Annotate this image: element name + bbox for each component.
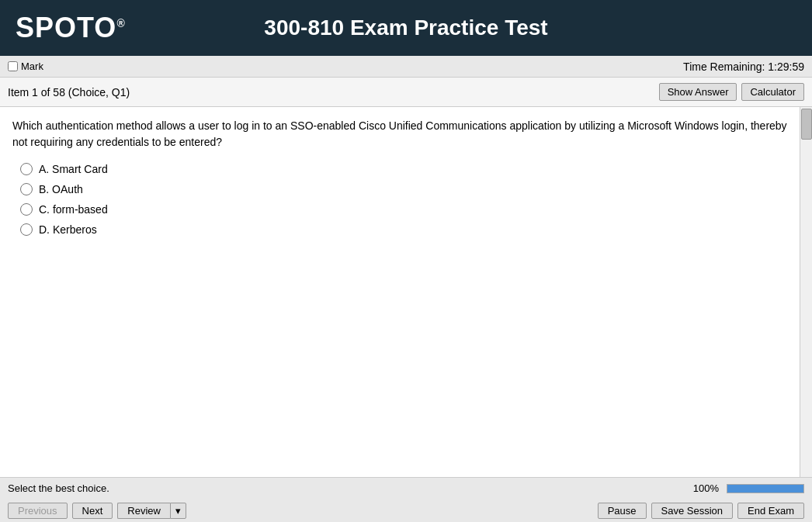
time-remaining: Time Remaining: 1:29:59 <box>683 60 804 73</box>
progress-bar-area: Select the best choice. 100% <box>0 478 812 500</box>
review-dropdown-arrow[interactable]: ▾ <box>170 503 186 519</box>
progress-fill <box>727 485 803 493</box>
radio-b[interactable] <box>20 183 33 195</box>
mark-label: Mark <box>21 60 43 72</box>
progress-percent: 100% <box>693 482 719 494</box>
option-item-b[interactable]: B. OAuth <box>20 183 787 195</box>
scrollbar-track[interactable] <box>800 107 812 477</box>
options-list: A. Smart CardB. OAuthC. form-basedD. Ker… <box>20 163 787 236</box>
next-button[interactable]: Next <box>72 503 113 519</box>
radio-a[interactable] <box>20 163 33 175</box>
footer: Select the best choice. 100% Previous Ne… <box>0 477 812 522</box>
option-item-d[interactable]: D. Kerberos <box>20 223 787 236</box>
question-bar: Item 1 of 58 (Choice, Q1) Show Answer Ca… <box>0 78 812 107</box>
option-item-c[interactable]: C. form-based <box>20 203 787 216</box>
scrollbar-thumb[interactable] <box>801 109 812 140</box>
previous-button[interactable]: Previous <box>8 503 68 519</box>
mark-bar: Mark Time Remaining: 1:29:59 <box>0 56 812 78</box>
review-button[interactable]: Review <box>117 503 170 519</box>
question-text: Which authentication method allows a use… <box>12 118 787 150</box>
radio-d[interactable] <box>20 223 33 236</box>
right-buttons: Pause Save Session End Exam <box>598 503 804 519</box>
option-label-c: C. form-based <box>39 203 108 216</box>
end-exam-button[interactable]: End Exam <box>737 503 804 519</box>
content-wrapper: Which authentication method allows a use… <box>0 107 812 477</box>
question-bar-buttons: Show Answer Calculator <box>659 83 804 101</box>
mark-checkbox[interactable] <box>8 61 18 71</box>
option-label-d: D. Kerberos <box>39 223 97 236</box>
calculator-button[interactable]: Calculator <box>741 83 804 101</box>
progress-track <box>727 484 804 493</box>
footer-buttons: Previous Next Review ▾ Pause Save Sessio… <box>0 500 812 522</box>
item-info: Item 1 of 58 (Choice, Q1) <box>8 86 130 99</box>
option-label-b: B. OAuth <box>39 183 83 195</box>
mark-checkbox-label[interactable]: Mark <box>8 60 43 72</box>
save-session-button[interactable]: Save Session <box>651 503 734 519</box>
logo: SPOTO® <box>16 12 126 44</box>
radio-c[interactable] <box>20 203 33 216</box>
hint-text: Select the best choice. <box>8 482 109 494</box>
pause-button[interactable]: Pause <box>598 503 647 519</box>
main-content: Which authentication method allows a use… <box>0 107 800 477</box>
option-item-a[interactable]: A. Smart Card <box>20 163 787 175</box>
header: SPOTO® 300-810 Exam Practice Test <box>0 0 812 56</box>
review-dropdown: Review ▾ <box>117 503 186 519</box>
exam-title: 300-810 Exam Practice Test <box>264 16 547 40</box>
show-answer-button[interactable]: Show Answer <box>659 83 737 101</box>
option-label-a: A. Smart Card <box>39 163 108 175</box>
